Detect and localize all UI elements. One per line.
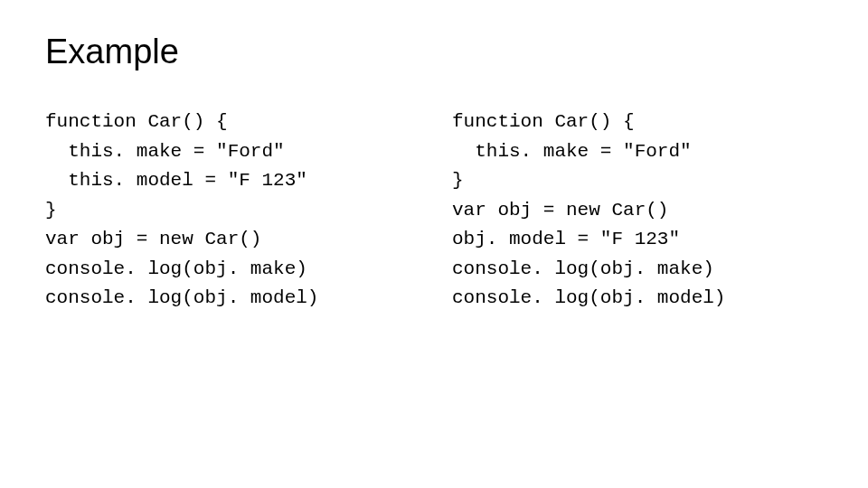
code-block-right: function Car() { this. make = "Ford" } v… (452, 108, 823, 314)
code-columns: function Car() { this. make = "Ford" thi… (45, 108, 823, 314)
slide: Example function Car() { this. make = "F… (0, 0, 868, 488)
slide-title: Example (45, 33, 823, 71)
code-block-left: function Car() { this. make = "Ford" thi… (45, 108, 416, 314)
